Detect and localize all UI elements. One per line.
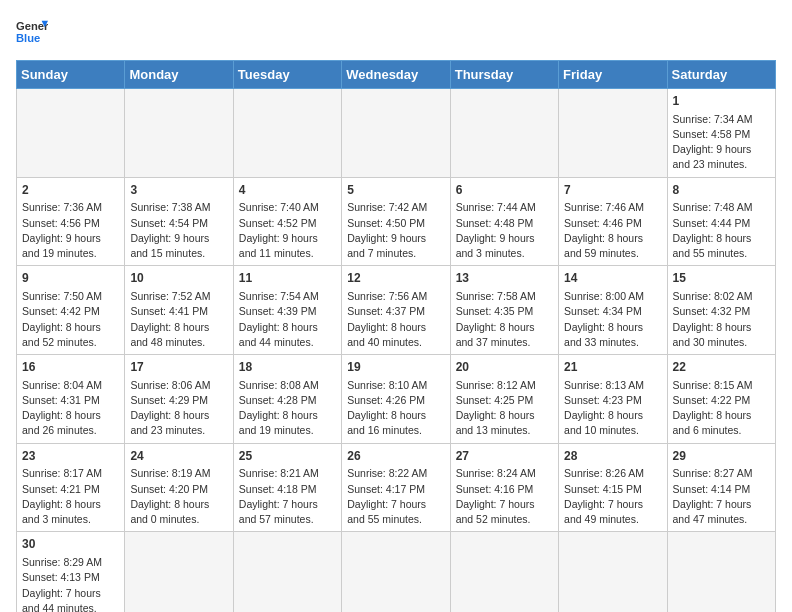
day-number: 16 <box>22 359 119 376</box>
calendar-cell <box>559 532 667 612</box>
calendar-cell: 9Sunrise: 7:50 AM Sunset: 4:42 PM Daylig… <box>17 266 125 355</box>
day-info: Sunrise: 8:29 AM Sunset: 4:13 PM Dayligh… <box>22 555 119 612</box>
calendar-cell: 26Sunrise: 8:22 AM Sunset: 4:17 PM Dayli… <box>342 443 450 532</box>
day-number: 12 <box>347 270 444 287</box>
calendar-cell: 16Sunrise: 8:04 AM Sunset: 4:31 PM Dayli… <box>17 355 125 444</box>
calendar-cell: 18Sunrise: 8:08 AM Sunset: 4:28 PM Dayli… <box>233 355 341 444</box>
day-info: Sunrise: 8:13 AM Sunset: 4:23 PM Dayligh… <box>564 378 661 439</box>
calendar-cell <box>233 532 341 612</box>
day-info: Sunrise: 8:08 AM Sunset: 4:28 PM Dayligh… <box>239 378 336 439</box>
calendar-cell: 15Sunrise: 8:02 AM Sunset: 4:32 PM Dayli… <box>667 266 775 355</box>
day-number: 17 <box>130 359 227 376</box>
weekday-header-monday: Monday <box>125 61 233 89</box>
day-info: Sunrise: 8:02 AM Sunset: 4:32 PM Dayligh… <box>673 289 770 350</box>
calendar-cell: 24Sunrise: 8:19 AM Sunset: 4:20 PM Dayli… <box>125 443 233 532</box>
calendar-cell <box>125 89 233 178</box>
day-info: Sunrise: 7:40 AM Sunset: 4:52 PM Dayligh… <box>239 200 336 261</box>
day-number: 14 <box>564 270 661 287</box>
day-number: 23 <box>22 448 119 465</box>
calendar-cell: 2Sunrise: 7:36 AM Sunset: 4:56 PM Daylig… <box>17 177 125 266</box>
logo-icon: General Blue <box>16 16 48 48</box>
day-number: 8 <box>673 182 770 199</box>
calendar-table: SundayMondayTuesdayWednesdayThursdayFrid… <box>16 60 776 612</box>
calendar-cell <box>667 532 775 612</box>
calendar-cell: 12Sunrise: 7:56 AM Sunset: 4:37 PM Dayli… <box>342 266 450 355</box>
day-number: 25 <box>239 448 336 465</box>
day-info: Sunrise: 7:54 AM Sunset: 4:39 PM Dayligh… <box>239 289 336 350</box>
day-number: 20 <box>456 359 553 376</box>
day-info: Sunrise: 8:04 AM Sunset: 4:31 PM Dayligh… <box>22 378 119 439</box>
day-number: 29 <box>673 448 770 465</box>
calendar-week-row: 2Sunrise: 7:36 AM Sunset: 4:56 PM Daylig… <box>17 177 776 266</box>
day-number: 21 <box>564 359 661 376</box>
day-info: Sunrise: 8:22 AM Sunset: 4:17 PM Dayligh… <box>347 466 444 527</box>
day-number: 24 <box>130 448 227 465</box>
day-info: Sunrise: 8:26 AM Sunset: 4:15 PM Dayligh… <box>564 466 661 527</box>
calendar-cell: 28Sunrise: 8:26 AM Sunset: 4:15 PM Dayli… <box>559 443 667 532</box>
weekday-header-row: SundayMondayTuesdayWednesdayThursdayFrid… <box>17 61 776 89</box>
calendar-cell: 10Sunrise: 7:52 AM Sunset: 4:41 PM Dayli… <box>125 266 233 355</box>
day-info: Sunrise: 7:34 AM Sunset: 4:58 PM Dayligh… <box>673 112 770 173</box>
calendar-cell: 19Sunrise: 8:10 AM Sunset: 4:26 PM Dayli… <box>342 355 450 444</box>
calendar-cell: 17Sunrise: 8:06 AM Sunset: 4:29 PM Dayli… <box>125 355 233 444</box>
day-info: Sunrise: 8:15 AM Sunset: 4:22 PM Dayligh… <box>673 378 770 439</box>
calendar-cell: 25Sunrise: 8:21 AM Sunset: 4:18 PM Dayli… <box>233 443 341 532</box>
weekday-header-friday: Friday <box>559 61 667 89</box>
day-info: Sunrise: 7:50 AM Sunset: 4:42 PM Dayligh… <box>22 289 119 350</box>
calendar-cell: 3Sunrise: 7:38 AM Sunset: 4:54 PM Daylig… <box>125 177 233 266</box>
day-info: Sunrise: 7:56 AM Sunset: 4:37 PM Dayligh… <box>347 289 444 350</box>
day-info: Sunrise: 8:27 AM Sunset: 4:14 PM Dayligh… <box>673 466 770 527</box>
day-info: Sunrise: 7:36 AM Sunset: 4:56 PM Dayligh… <box>22 200 119 261</box>
day-info: Sunrise: 7:46 AM Sunset: 4:46 PM Dayligh… <box>564 200 661 261</box>
day-number: 2 <box>22 182 119 199</box>
svg-text:Blue: Blue <box>16 32 40 44</box>
weekday-header-wednesday: Wednesday <box>342 61 450 89</box>
day-info: Sunrise: 8:12 AM Sunset: 4:25 PM Dayligh… <box>456 378 553 439</box>
day-number: 13 <box>456 270 553 287</box>
day-info: Sunrise: 8:24 AM Sunset: 4:16 PM Dayligh… <box>456 466 553 527</box>
day-number: 9 <box>22 270 119 287</box>
calendar-cell: 22Sunrise: 8:15 AM Sunset: 4:22 PM Dayli… <box>667 355 775 444</box>
weekday-header-sunday: Sunday <box>17 61 125 89</box>
calendar-cell: 13Sunrise: 7:58 AM Sunset: 4:35 PM Dayli… <box>450 266 558 355</box>
day-info: Sunrise: 8:00 AM Sunset: 4:34 PM Dayligh… <box>564 289 661 350</box>
day-number: 5 <box>347 182 444 199</box>
day-info: Sunrise: 7:48 AM Sunset: 4:44 PM Dayligh… <box>673 200 770 261</box>
day-number: 18 <box>239 359 336 376</box>
day-number: 19 <box>347 359 444 376</box>
calendar-cell: 20Sunrise: 8:12 AM Sunset: 4:25 PM Dayli… <box>450 355 558 444</box>
calendar-cell: 6Sunrise: 7:44 AM Sunset: 4:48 PM Daylig… <box>450 177 558 266</box>
day-number: 28 <box>564 448 661 465</box>
calendar-week-row: 30Sunrise: 8:29 AM Sunset: 4:13 PM Dayli… <box>17 532 776 612</box>
calendar-cell: 27Sunrise: 8:24 AM Sunset: 4:16 PM Dayli… <box>450 443 558 532</box>
day-number: 1 <box>673 93 770 110</box>
day-info: Sunrise: 8:17 AM Sunset: 4:21 PM Dayligh… <box>22 466 119 527</box>
day-number: 7 <box>564 182 661 199</box>
day-info: Sunrise: 8:21 AM Sunset: 4:18 PM Dayligh… <box>239 466 336 527</box>
weekday-header-saturday: Saturday <box>667 61 775 89</box>
logo: General Blue <box>16 16 48 48</box>
page-header: General Blue <box>16 16 776 48</box>
calendar-cell: 7Sunrise: 7:46 AM Sunset: 4:46 PM Daylig… <box>559 177 667 266</box>
calendar-cell: 21Sunrise: 8:13 AM Sunset: 4:23 PM Dayli… <box>559 355 667 444</box>
day-info: Sunrise: 7:42 AM Sunset: 4:50 PM Dayligh… <box>347 200 444 261</box>
calendar-cell <box>450 89 558 178</box>
day-number: 30 <box>22 536 119 553</box>
day-number: 26 <box>347 448 444 465</box>
day-number: 27 <box>456 448 553 465</box>
day-number: 4 <box>239 182 336 199</box>
day-info: Sunrise: 8:19 AM Sunset: 4:20 PM Dayligh… <box>130 466 227 527</box>
calendar-cell: 29Sunrise: 8:27 AM Sunset: 4:14 PM Dayli… <box>667 443 775 532</box>
calendar-cell: 11Sunrise: 7:54 AM Sunset: 4:39 PM Dayli… <box>233 266 341 355</box>
calendar-cell: 14Sunrise: 8:00 AM Sunset: 4:34 PM Dayli… <box>559 266 667 355</box>
day-info: Sunrise: 8:06 AM Sunset: 4:29 PM Dayligh… <box>130 378 227 439</box>
day-info: Sunrise: 8:10 AM Sunset: 4:26 PM Dayligh… <box>347 378 444 439</box>
day-info: Sunrise: 7:38 AM Sunset: 4:54 PM Dayligh… <box>130 200 227 261</box>
calendar-cell <box>342 532 450 612</box>
weekday-header-thursday: Thursday <box>450 61 558 89</box>
calendar-cell <box>559 89 667 178</box>
day-number: 22 <box>673 359 770 376</box>
calendar-cell: 5Sunrise: 7:42 AM Sunset: 4:50 PM Daylig… <box>342 177 450 266</box>
calendar-cell <box>125 532 233 612</box>
calendar-cell: 1Sunrise: 7:34 AM Sunset: 4:58 PM Daylig… <box>667 89 775 178</box>
